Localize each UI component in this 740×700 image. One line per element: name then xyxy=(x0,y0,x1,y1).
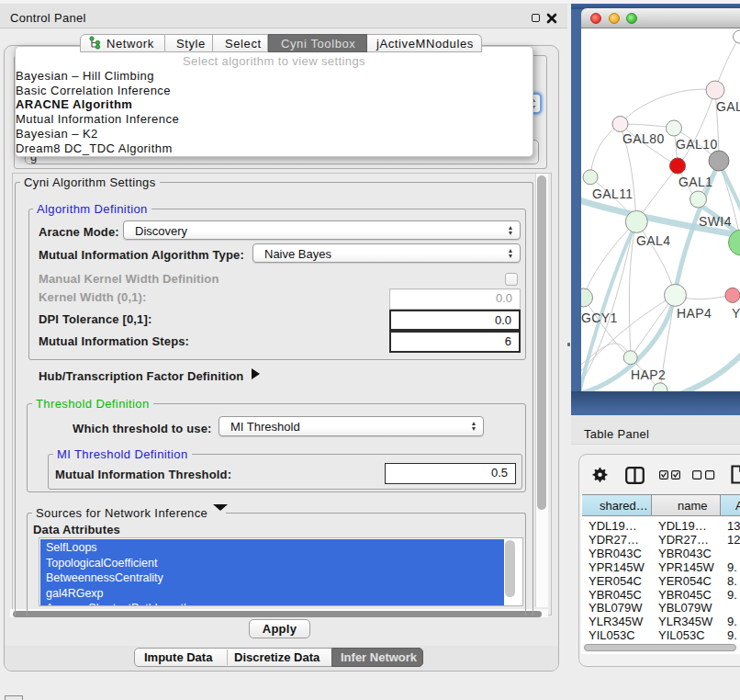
svg-text:GAL11: GAL11 xyxy=(592,186,633,201)
svg-text:GAL80: GAL80 xyxy=(622,131,665,146)
svg-text:HAP2: HAP2 xyxy=(631,367,666,382)
svg-text:GAL7: GAL7 xyxy=(716,99,740,114)
svg-text:SWI4: SWI4 xyxy=(699,214,732,229)
svg-text:GAL4: GAL4 xyxy=(636,233,670,248)
svg-text:GAL10: GAL10 xyxy=(676,137,718,152)
svg-text:HAP4: HAP4 xyxy=(677,306,712,321)
svg-text:GAL1: GAL1 xyxy=(678,175,712,189)
svg-text:GCY1: GCY1 xyxy=(581,310,618,325)
svg-text:YB: YB xyxy=(732,306,740,321)
